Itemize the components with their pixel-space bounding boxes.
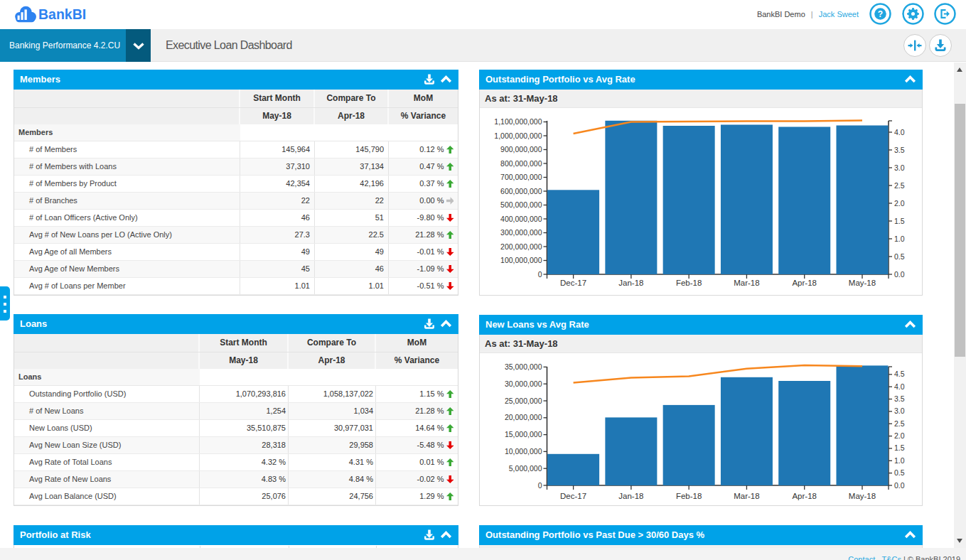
svg-text:BankBI: BankBI	[38, 6, 86, 22]
svg-text:300,000,000: 300,000,000	[500, 228, 542, 237]
svg-text:4.0: 4.0	[894, 382, 905, 391]
svg-text:3.0: 3.0	[894, 406, 905, 415]
svg-text:1.5: 1.5	[894, 217, 905, 225]
svg-text:0: 0	[538, 481, 542, 490]
svg-text:30,000,000: 30,000,000	[505, 379, 542, 388]
svg-text:Jan-18: Jan-18	[618, 492, 643, 500]
svg-text:1,000,000,000: 1,000,000,000	[494, 131, 542, 140]
svg-text:Feb-18: Feb-18	[676, 492, 702, 500]
svg-text:800,000,000: 800,000,000	[500, 159, 542, 168]
svg-text:Mar-18: Mar-18	[734, 279, 759, 287]
svg-text:Apr-18: Apr-18	[792, 492, 817, 500]
svg-text:700,000,000: 700,000,000	[500, 173, 542, 181]
svg-text:2.5: 2.5	[894, 181, 905, 190]
svg-text:Feb-18: Feb-18	[676, 279, 702, 287]
svg-text:May-18: May-18	[849, 279, 876, 287]
svg-text:15,000,000: 15,000,000	[505, 430, 542, 438]
svg-text:200,000,000: 200,000,000	[500, 242, 542, 251]
svg-text:20,000,000: 20,000,000	[505, 413, 542, 421]
svg-text:0: 0	[538, 270, 542, 279]
svg-text:4.5: 4.5	[894, 370, 905, 378]
svg-text:500,000,000: 500,000,000	[500, 200, 542, 209]
svg-text:0.5: 0.5	[894, 252, 905, 261]
svg-text:Dec-17: Dec-17	[560, 492, 586, 500]
svg-text:0.0: 0.0	[894, 270, 905, 279]
svg-text:1.0: 1.0	[894, 456, 905, 465]
svg-text:May-18: May-18	[849, 492, 876, 500]
svg-text:3.5: 3.5	[894, 146, 905, 154]
svg-text:25,000,000: 25,000,000	[505, 397, 542, 405]
svg-text:1.0: 1.0	[894, 235, 905, 243]
svg-text:5,000,000: 5,000,000	[509, 464, 542, 473]
svg-text:900,000,000: 900,000,000	[500, 145, 542, 154]
svg-text:2.5: 2.5	[894, 419, 905, 428]
svg-text:Jan-18: Jan-18	[618, 279, 643, 287]
svg-text:2.0: 2.0	[894, 199, 905, 208]
svg-text:1.5: 1.5	[894, 443, 905, 452]
svg-text:1,100,000,000: 1,100,000,000	[494, 117, 542, 126]
svg-text:35,000,000: 35,000,000	[505, 362, 542, 371]
svg-text:2.0: 2.0	[894, 431, 905, 440]
svg-text:3.0: 3.0	[894, 163, 905, 172]
svg-text:3.5: 3.5	[894, 394, 905, 403]
svg-text:Dec-17: Dec-17	[560, 279, 586, 287]
svg-text:Apr-18: Apr-18	[792, 279, 817, 287]
svg-text:600,000,000: 600,000,000	[500, 187, 542, 195]
svg-text:100,000,000: 100,000,000	[500, 256, 542, 264]
svg-text:4.0: 4.0	[894, 128, 905, 136]
svg-text:0.0: 0.0	[894, 481, 905, 490]
svg-text:400,000,000: 400,000,000	[500, 215, 542, 223]
svg-text:10,000,000: 10,000,000	[505, 447, 542, 456]
svg-text:Mar-18: Mar-18	[734, 492, 759, 500]
svg-text:0.5: 0.5	[894, 468, 905, 477]
svg-text:?: ?	[878, 9, 883, 19]
